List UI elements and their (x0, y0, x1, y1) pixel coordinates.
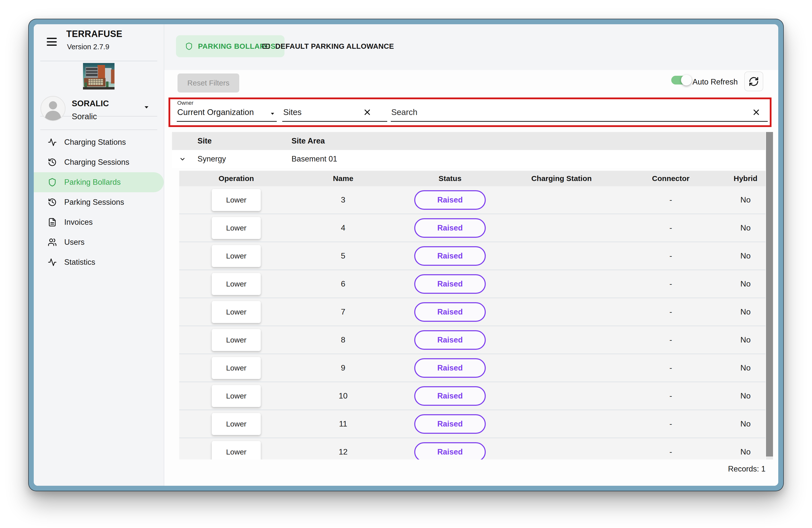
col-charging-station: Charging Station (531, 174, 592, 183)
connector-cell: - (669, 419, 672, 428)
auto-refresh-label: Auto Refresh (693, 77, 738, 87)
activity-icon (48, 258, 57, 267)
table-row: Lower 6 Raised - No (179, 270, 766, 298)
sidebar-divider (40, 61, 157, 61)
status-badge: Raised (414, 190, 486, 210)
sidebar-item-charging-stations[interactable]: Charging Stations (34, 132, 164, 152)
sidebar-item-parking-sessions[interactable]: Parking Sessions (34, 192, 164, 212)
auto-refresh-toggle[interactable] (671, 76, 689, 85)
lower-button[interactable]: Lower (212, 245, 261, 267)
sidebar-item-invoices[interactable]: Invoices (34, 212, 164, 232)
records-count: Records: 1 (728, 465, 766, 473)
invoice-icon (48, 218, 57, 227)
columns-header-row: Operation Name Status Charging Station C… (179, 171, 766, 186)
chevron-down-icon[interactable] (178, 155, 187, 163)
banknote-icon (262, 42, 270, 50)
sidebar-item-label: Charging Sessions (64, 158, 129, 167)
site-group-row[interactable]: Synergy Basement 01 (172, 150, 766, 168)
lower-button[interactable]: Lower (212, 441, 261, 460)
bollard-name: 9 (341, 363, 346, 372)
table-row: Lower 4 Raised - No (179, 214, 766, 242)
search-underline (391, 121, 768, 122)
sidebar-item-label: Parking Sessions (64, 198, 124, 207)
account-caret-down-icon[interactable] (143, 103, 150, 111)
hybrid-cell: No (740, 447, 751, 456)
table-spacer (172, 168, 766, 171)
bollard-name: 11 (339, 419, 347, 428)
lower-button[interactable]: Lower (212, 413, 261, 435)
table-scrollbar-thumb[interactable] (766, 132, 773, 456)
status-badge: Raised (414, 302, 486, 322)
account-user-name: Soralic (72, 112, 97, 121)
table-scrollbar-track[interactable] (766, 132, 773, 459)
site-column-header: Site (172, 136, 291, 146)
search-clear-icon[interactable] (752, 108, 761, 117)
connector-cell: - (669, 223, 672, 233)
sidebar-item-label: Invoices (64, 218, 93, 227)
lower-button[interactable]: Lower (212, 357, 261, 379)
sidebar-divider (40, 130, 157, 130)
user-avatar[interactable] (40, 96, 66, 121)
hamburger-menu-icon[interactable] (47, 38, 57, 46)
owner-field-label: Owner (177, 100, 193, 106)
search-input[interactable] (391, 106, 741, 119)
status-badge: Raised (414, 218, 486, 238)
sidebar-item-statistics[interactable]: Statistics (34, 252, 164, 272)
building-photo (83, 63, 115, 89)
reset-filters-button[interactable]: Reset Filters (177, 73, 239, 92)
sidebar-item-label: Users (64, 238, 85, 247)
lower-button[interactable]: Lower (212, 329, 261, 351)
tab-default-parking-allowance[interactable]: DEFAULT PARKING ALLOWANCE (262, 35, 394, 57)
connector-cell: - (669, 307, 672, 317)
hybrid-cell: No (740, 363, 751, 372)
sidebar-item-label: Charging Stations (64, 138, 126, 147)
table-row: Lower 9 Raised - No (179, 354, 766, 382)
app-window: TERRAFUSE Version 2.7.9 (29, 19, 783, 491)
sidebar-item-charging-sessions[interactable]: Charging Sessions (34, 152, 164, 172)
sidebar-item-users[interactable]: Users (34, 232, 164, 252)
hybrid-cell: No (740, 223, 751, 233)
col-hybrid: Hybrid (734, 174, 757, 183)
site-area-name: Basement 01 (291, 155, 766, 163)
status-badge: Raised (414, 414, 486, 434)
col-name: Name (333, 174, 353, 183)
sidebar-item-parking-bollards[interactable]: Parking Bollards (34, 172, 164, 192)
status-badge: Raised (414, 274, 486, 294)
lower-button[interactable]: Lower (212, 273, 261, 295)
col-connector: Connector (652, 174, 690, 183)
shield-icon (185, 42, 193, 50)
sites-clear-icon[interactable] (363, 108, 372, 117)
owner-caret-down-icon[interactable] (269, 110, 276, 117)
lower-button[interactable]: Lower (212, 385, 261, 407)
sidebar-nav: Charging Stations Charging Sessions Park… (34, 132, 164, 272)
owner-select[interactable]: Current Organization (177, 107, 254, 117)
status-badge: Raised (414, 442, 486, 460)
toggle-knob (681, 75, 692, 86)
app-title: TERRAFUSE (66, 29, 122, 39)
connector-cell: - (669, 447, 672, 456)
sidebar: TERRAFUSE Version 2.7.9 (34, 24, 164, 486)
bollards-table: Site Site Area Synergy Basement 01 Opera… (172, 132, 766, 459)
account-org-name: SORALIC (72, 99, 109, 108)
col-status: Status (438, 174, 462, 183)
hybrid-cell: No (740, 307, 751, 317)
hybrid-cell: No (740, 195, 751, 205)
table-row: Lower 3 Raised - No (179, 186, 766, 214)
lower-button[interactable]: Lower (212, 189, 261, 211)
hybrid-cell: No (740, 391, 751, 400)
connector-cell: - (669, 363, 672, 372)
bollard-name: 4 (341, 223, 346, 233)
sidebar-item-label: Parking Bollards (64, 178, 121, 187)
bollard-name: 10 (339, 391, 348, 400)
users-icon (48, 238, 57, 247)
activity-icon (48, 138, 57, 147)
refresh-button[interactable] (744, 72, 763, 91)
hybrid-cell: No (740, 279, 751, 289)
sites-field[interactable]: Sites (283, 107, 302, 117)
bollard-name: 7 (341, 307, 346, 317)
connector-cell: - (669, 279, 672, 289)
sites-underline (282, 121, 387, 122)
filter-bar-highlighted: Owner Current Organization Sites (169, 98, 771, 127)
lower-button[interactable]: Lower (212, 301, 261, 323)
lower-button[interactable]: Lower (212, 217, 261, 239)
